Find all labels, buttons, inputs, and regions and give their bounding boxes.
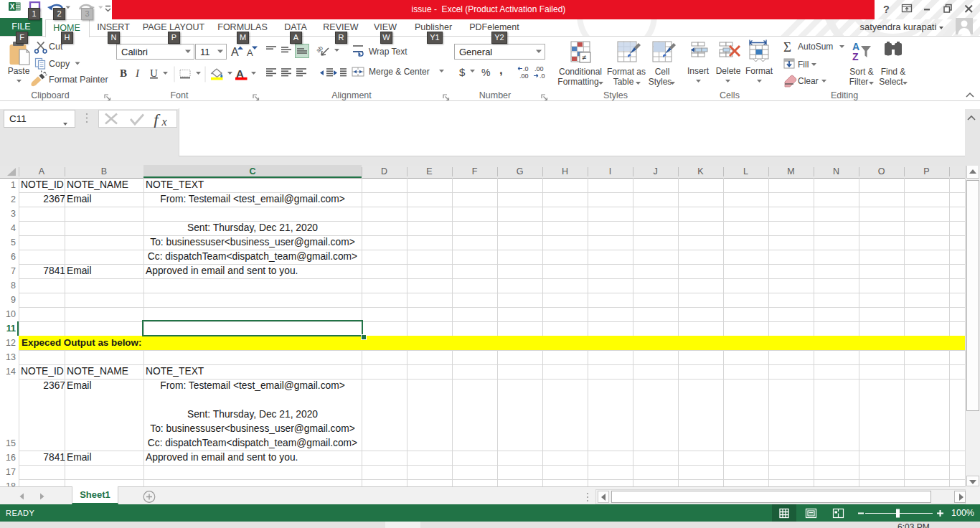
svg-text:Cell: Cell [655, 67, 670, 77]
svg-text:Paste: Paste [8, 66, 30, 76]
svg-text:AutoSum: AutoSum [798, 42, 833, 52]
svg-text:ab: ab [314, 44, 324, 54]
svg-text:Conditional: Conditional [559, 67, 602, 77]
svg-text:Calibri: Calibri [121, 47, 148, 57]
svg-text:x: x [161, 116, 167, 128]
svg-text:Table: Table [613, 77, 634, 87]
svg-text:X: X [10, 3, 15, 11]
svg-text:Fill: Fill [798, 60, 809, 70]
svg-text:B: B [120, 67, 127, 79]
svg-text:≠: ≠ [582, 53, 586, 62]
svg-text:Merge & Center: Merge & Center [369, 67, 430, 77]
svg-text:Format Painter: Format Painter [49, 75, 108, 85]
svg-text:.0: .0 [540, 72, 545, 80]
svg-text:Insert: Insert [687, 66, 710, 76]
svg-text:Σ: Σ [783, 39, 791, 55]
svg-text:?: ? [883, 4, 890, 15]
svg-text:f: f [154, 110, 161, 128]
svg-text:U: U [150, 67, 158, 79]
svg-text:11: 11 [200, 47, 210, 57]
svg-text:,: , [499, 63, 503, 77]
svg-text:Formatting: Formatting [557, 77, 598, 87]
svg-text:General: General [459, 47, 492, 57]
svg-text:Clear: Clear [798, 76, 819, 86]
svg-text:I: I [135, 67, 140, 79]
svg-text:.00: .00 [519, 72, 529, 80]
svg-text:Delete: Delete [716, 66, 741, 76]
svg-text:A: A [247, 47, 253, 58]
svg-text:Format: Format [745, 66, 773, 76]
svg-text:Format as: Format as [607, 67, 646, 77]
svg-text:Sort &: Sort & [849, 67, 873, 77]
svg-text:Styles: Styles [649, 77, 672, 87]
svg-text:Select: Select [879, 77, 903, 87]
svg-text:.00: .00 [534, 65, 544, 72]
svg-text:Filter: Filter [849, 77, 869, 87]
svg-text:.0: .0 [523, 65, 529, 72]
svg-text:Copy: Copy [49, 59, 70, 69]
svg-text:$: $ [459, 66, 466, 78]
svg-text:A: A [231, 46, 239, 58]
svg-text:%: % [481, 67, 490, 78]
svg-text:Wrap Text: Wrap Text [369, 47, 407, 57]
svg-text:Find &: Find & [881, 67, 906, 77]
svg-text:Z: Z [852, 51, 859, 62]
